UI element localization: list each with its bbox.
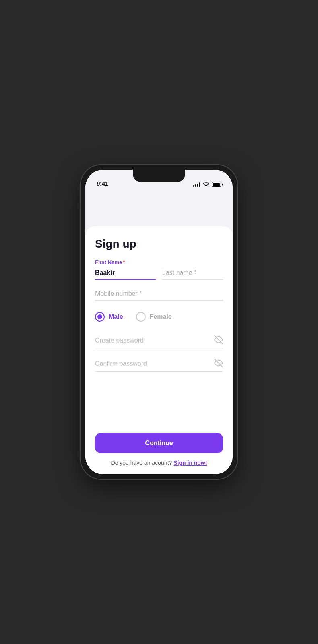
male-radio-circle xyxy=(95,312,105,322)
phone-frame: 9:41 xyxy=(81,165,237,479)
spacer xyxy=(95,380,223,428)
first-name-label: First Name* xyxy=(95,259,223,265)
female-label: Female xyxy=(150,313,172,320)
battery-icon xyxy=(212,182,221,187)
sign-up-card: Sign up First Name* xyxy=(85,226,233,474)
female-option[interactable]: Female xyxy=(136,312,172,322)
create-password-wrapper xyxy=(95,333,223,348)
first-name-input[interactable] xyxy=(95,267,156,280)
gender-row: Male Female xyxy=(95,309,223,325)
sign-in-link[interactable]: Sign in now! xyxy=(173,460,207,466)
confirm-password-wrapper xyxy=(95,356,223,372)
status-icons xyxy=(193,182,221,187)
continue-button[interactable]: Continue xyxy=(95,433,223,453)
sign-in-section: Do you have an acount? Sign in now! xyxy=(95,460,223,466)
signup-form: First Name* xyxy=(95,259,223,466)
confirm-password-field xyxy=(95,356,223,372)
confirm-password-eye-icon[interactable] xyxy=(214,359,223,369)
signal-icon xyxy=(193,182,200,187)
status-time: 9:41 xyxy=(97,180,108,187)
mobile-input[interactable] xyxy=(95,288,223,301)
notch xyxy=(133,170,185,182)
page-title: Sign up xyxy=(95,237,223,250)
female-radio-circle xyxy=(136,312,146,322)
svg-point-0 xyxy=(206,186,206,187)
wifi-icon xyxy=(203,182,209,187)
male-radio-dot xyxy=(97,314,102,319)
male-option[interactable]: Male xyxy=(95,312,123,322)
confirm-password-input[interactable] xyxy=(95,360,214,367)
top-area xyxy=(85,190,233,226)
create-password-eye-icon[interactable] xyxy=(214,335,223,345)
name-row xyxy=(95,267,223,280)
create-password-input[interactable] xyxy=(95,337,214,344)
create-password-field xyxy=(95,333,223,348)
last-name-field xyxy=(162,267,223,280)
phone-screen: 9:41 xyxy=(85,170,233,474)
mobile-field xyxy=(95,288,223,301)
last-name-input[interactable] xyxy=(162,267,223,280)
first-name-field xyxy=(95,267,156,280)
male-label: Male xyxy=(109,313,123,320)
status-bar: 9:41 xyxy=(85,170,233,190)
